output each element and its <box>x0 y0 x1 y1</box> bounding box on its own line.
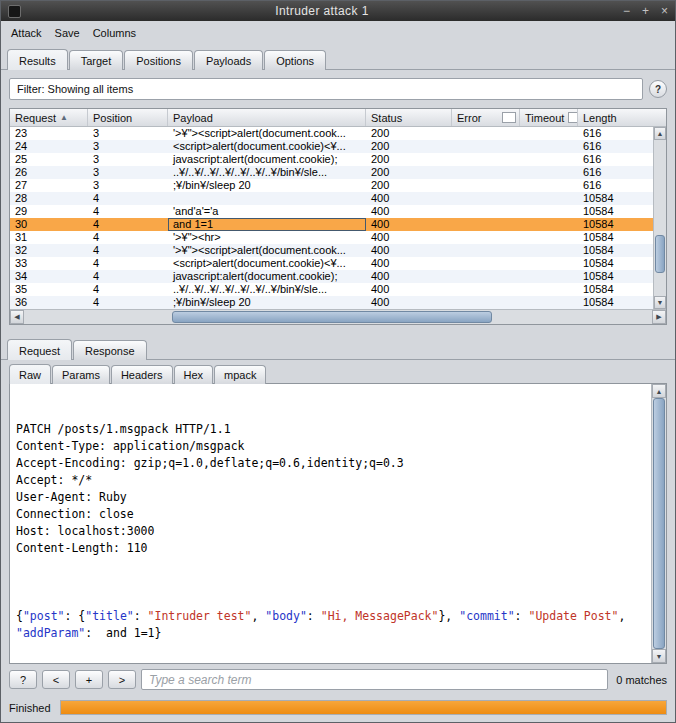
scroll-down-icon[interactable]: ▼ <box>654 296 666 309</box>
tab-payloads[interactable]: Payloads <box>194 50 263 70</box>
search-add-button[interactable]: + <box>75 670 103 689</box>
cell-length: 10584 <box>578 270 653 283</box>
results-panel: Filter: Showing all items ? Request ▲ Po… <box>1 69 675 722</box>
cell-status: 200 <box>366 140 452 153</box>
tab-mpack[interactable]: mpack <box>214 365 266 384</box>
progress-bar <box>60 700 667 715</box>
table-row[interactable]: 233'>¥"><script>alert(document.cook...20… <box>10 127 653 140</box>
tab-raw[interactable]: Raw <box>9 364 51 384</box>
menu-columns[interactable]: Columns <box>93 27 136 39</box>
editor-scrollbar-thumb[interactable] <box>653 398 665 649</box>
scroll-up-icon[interactable]: ▲ <box>654 127 666 140</box>
cell-position: 4 <box>88 218 168 231</box>
cell-request: 28 <box>10 192 88 205</box>
table-row[interactable]: 304and 1=140010584 <box>10 218 653 231</box>
match-count: 0 matches <box>616 674 667 686</box>
table-row[interactable]: 364;¥/bin¥/sleep 2040010584 <box>10 296 653 309</box>
titlebar[interactable]: Intruder attack 1 − + × <box>1 1 675 21</box>
view-tabbar: Raw Params Headers Hex mpack <box>1 360 675 384</box>
cell-timeout <box>520 231 578 244</box>
tab-headers[interactable]: Headers <box>111 365 173 384</box>
column-header-error[interactable]: Error <box>452 109 520 126</box>
table-row[interactable]: 334<script>alert(document.cookie)<¥...40… <box>10 257 653 270</box>
cell-status: 400 <box>366 296 452 309</box>
scroll-right-icon[interactable]: ▶ <box>652 310 666 324</box>
cell-position: 4 <box>88 296 168 309</box>
tab-results[interactable]: Results <box>7 49 68 70</box>
table-row[interactable]: 253javascript:alert(document.cookie);200… <box>10 153 653 166</box>
menu-attack[interactable]: Attack <box>11 27 42 39</box>
search-help-button[interactable]: ? <box>9 670 37 689</box>
column-header-request[interactable]: Request ▲ <box>10 109 88 126</box>
cell-payload: ;¥/bin¥/sleep 20 <box>168 296 366 309</box>
table-hscrollbar-thumb[interactable] <box>172 311 492 323</box>
table-row[interactable]: 344javascript:alert(document.cookie);400… <box>10 270 653 283</box>
cell-error <box>452 244 520 257</box>
main-tabbar: Results Target Positions Payloads Option… <box>1 45 675 70</box>
table-row[interactable]: 263..¥/..¥/..¥/..¥/..¥/..¥/..¥/bin¥/sle.… <box>10 166 653 179</box>
table-horizontal-scrollbar[interactable]: ◀ ▶ <box>10 309 666 324</box>
cell-timeout <box>520 127 578 140</box>
column-header-payload[interactable]: Payload <box>168 109 366 126</box>
editor-scrollbar[interactable]: ▲ ▼ <box>651 384 666 663</box>
tab-target[interactable]: Target <box>69 50 124 70</box>
search-next-button[interactable]: > <box>108 670 136 689</box>
tab-hex[interactable]: Hex <box>174 365 214 384</box>
table-row[interactable]: 28440010584 <box>10 192 653 205</box>
cell-payload: '>¥"><script>alert(document.cook... <box>168 127 366 140</box>
tab-positions[interactable]: Positions <box>124 50 193 70</box>
cell-error <box>452 166 520 179</box>
table-row[interactable]: 314'>¥"><hr>40010584 <box>10 231 653 244</box>
cell-payload: javascript:alert(document.cookie); <box>168 270 366 283</box>
cell-length: 616 <box>578 153 653 166</box>
column-header-position[interactable]: Position <box>88 109 168 126</box>
tab-params[interactable]: Params <box>52 365 110 384</box>
error-filter-box[interactable] <box>502 112 516 123</box>
table-row[interactable]: 354..¥/..¥/..¥/..¥/..¥/..¥/..¥/bin¥/sle.… <box>10 283 653 296</box>
cell-payload: '>¥"><hr> <box>168 231 366 244</box>
column-label-error: Error <box>457 112 481 124</box>
cell-length: 10584 <box>578 283 653 296</box>
help-button[interactable]: ? <box>649 80 667 98</box>
table-row[interactable]: 294'and'a'='a40010584 <box>10 205 653 218</box>
column-header-status[interactable]: Status <box>366 109 452 126</box>
close-button[interactable]: × <box>661 5 668 17</box>
table-scrollbar-thumb[interactable] <box>655 235 665 273</box>
maximize-button[interactable]: + <box>642 5 649 17</box>
request-editor[interactable]: PATCH /posts/1.msgpack HTTP/1.1Content-T… <box>9 383 667 664</box>
editor-scroll-up-icon[interactable]: ▲ <box>652 384 666 398</box>
hscroll-track[interactable] <box>24 310 652 324</box>
timeout-filter-box[interactable] <box>568 112 578 123</box>
table-row[interactable]: 273;¥/bin¥/sleep 20200616 <box>10 179 653 192</box>
menu-save[interactable]: Save <box>55 27 80 39</box>
tab-request[interactable]: Request <box>7 339 72 360</box>
table-vertical-scrollbar[interactable]: ▲ ▼ <box>653 127 666 309</box>
search-input[interactable] <box>141 669 608 690</box>
tab-options[interactable]: Options <box>264 50 326 70</box>
minimize-button[interactable]: − <box>623 5 630 17</box>
status-bar: Finished <box>9 700 667 715</box>
scroll-left-icon[interactable]: ◀ <box>10 310 24 324</box>
cell-request: 29 <box>10 205 88 218</box>
table-row[interactable]: 243<script>alert(document.cookie)<¥...20… <box>10 140 653 153</box>
cell-position: 3 <box>88 179 168 192</box>
window-icon <box>8 5 21 18</box>
cell-request: 35 <box>10 283 88 296</box>
column-header-length[interactable]: Length <box>578 109 666 126</box>
column-header-timeout[interactable]: Timeout <box>520 109 578 126</box>
cell-request: 33 <box>10 257 88 270</box>
column-label-request: Request <box>15 112 56 124</box>
filter-bar[interactable]: Filter: Showing all items <box>9 78 643 100</box>
request-body-line: {"post": {"title": "Intruder test", "bod… <box>16 608 646 625</box>
cell-payload: <script>alert(document.cookie)<¥... <box>168 140 366 153</box>
search-prev-button[interactable]: < <box>42 670 70 689</box>
cell-request: 27 <box>10 179 88 192</box>
tab-response[interactable]: Response <box>73 340 147 360</box>
request-header-line: Content-Length: 110 <box>16 540 646 557</box>
cell-request: 23 <box>10 127 88 140</box>
cell-length: 10584 <box>578 244 653 257</box>
cell-payload: <script>alert(document.cookie)<¥... <box>168 257 366 270</box>
table-row[interactable]: 324'>¥"><script>alert(document.cook...40… <box>10 244 653 257</box>
editor-scroll-down-icon[interactable]: ▼ <box>652 649 666 663</box>
cell-length: 616 <box>578 166 653 179</box>
